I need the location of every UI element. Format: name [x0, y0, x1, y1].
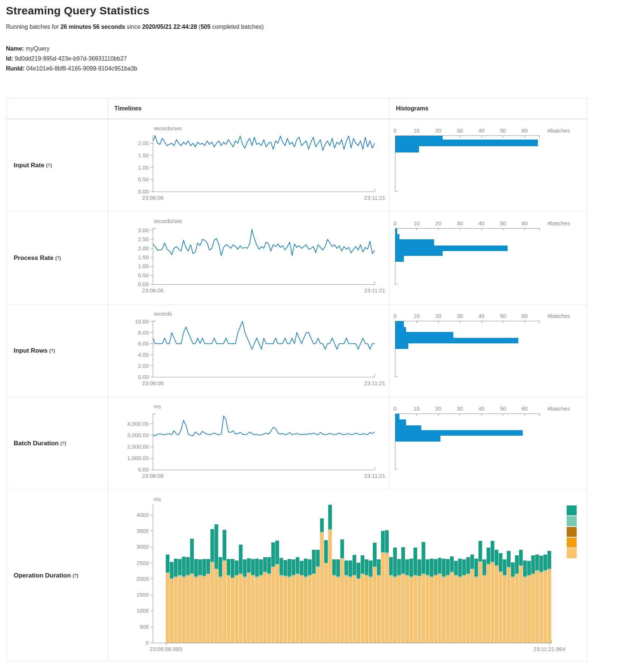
svg-text:23:06:06: 23:06:06: [142, 380, 164, 386]
batch-duration-help-link[interactable]: (?): [61, 441, 66, 446]
query-runid-label: RunId:: [6, 65, 25, 72]
stat-row-process-rate: Process Rate(?)records/sec0.000.501.001.…: [6, 212, 587, 304]
svg-text:50: 50: [500, 220, 506, 226]
svg-text:20: 20: [435, 405, 442, 412]
svg-text:0: 0: [394, 127, 396, 134]
svg-text:23:11:21: 23:11:21: [364, 473, 385, 479]
svg-text:30: 30: [457, 220, 463, 226]
statistics-table: Timelines Histograms Input Rate(?)record…: [6, 98, 588, 662]
svg-text:23:06:06: 23:06:06: [142, 473, 164, 479]
svg-text:1.00: 1.00: [138, 164, 149, 171]
input-rows-histogram-chart: 0102030405060#batches: [390, 305, 588, 397]
query-metadata: Name: myQuery Id: 9d0dd219-995d-423e-b97…: [6, 44, 137, 73]
timeline-cell-input-rate: records/sec0.000.501.001.502.0023:06:062…: [108, 119, 389, 212]
process-rate-histogram-chart: 0102030405060#batches: [390, 212, 588, 304]
svg-text:10.00: 10.00: [135, 318, 149, 325]
svg-text:60: 60: [522, 405, 528, 412]
running-duration: 26 minutes 56 seconds: [61, 24, 125, 30]
svg-text:records/sec: records/sec: [154, 218, 182, 224]
svg-text:30: 30: [457, 127, 463, 134]
svg-text:23:11:21: 23:11:21: [364, 380, 385, 386]
operation-duration-help-link[interactable]: (?): [73, 573, 78, 578]
svg-text:4000: 4000: [137, 512, 149, 518]
svg-text:0.50: 0.50: [138, 176, 149, 182]
statistics-rows: Input Rate(?)records/sec0.000.501.001.50…: [6, 119, 587, 661]
svg-text:1.50: 1.50: [138, 152, 149, 158]
svg-text:20: 20: [435, 220, 442, 226]
query-id-value: 9d0dd219-995d-423e-b97d-36931110bb27: [15, 55, 127, 62]
start-timestamp: 2020/05/21 22:44:28: [142, 24, 197, 30]
svg-text:0: 0: [394, 405, 396, 412]
stat-row-input-rate: Input Rate(?)records/sec0.000.501.001.50…: [6, 119, 587, 212]
svg-text:60: 60: [522, 127, 528, 134]
svg-text:0.00: 0.00: [138, 374, 149, 380]
svg-text:1,000.00: 1,000.00: [127, 455, 149, 461]
completed-batches-count: 505: [200, 24, 210, 30]
query-id-label: Id:: [6, 55, 13, 62]
svg-text:3500: 3500: [137, 528, 149, 534]
legend-swatch-3: [567, 527, 577, 537]
query-name-value: myQuery: [25, 45, 49, 52]
svg-text:10: 10: [413, 405, 420, 412]
svg-text:2.00: 2.00: [138, 363, 149, 369]
svg-text:40: 40: [478, 405, 485, 412]
row-label-process-rate: Process Rate(?): [6, 212, 108, 304]
svg-text:3.00: 3.00: [138, 227, 149, 233]
svg-text:2500: 2500: [137, 560, 149, 566]
subtitle-text: since: [125, 24, 142, 30]
running-batches-summary: Running batches for 26 minutes 56 second…: [6, 24, 264, 30]
histogram-cell-input-rate: 0102030405060#batches: [389, 119, 587, 212]
svg-text:#batches: #batches: [547, 313, 570, 319]
timeline-cell-batch-duration: ms0.001,000.002,000.003,000.004,000.0023…: [108, 397, 389, 490]
svg-text:1000: 1000: [137, 607, 149, 614]
svg-text:10: 10: [413, 220, 420, 226]
svg-text:0.00: 0.00: [138, 281, 149, 287]
svg-text:1.50: 1.50: [138, 254, 149, 260]
input-rate-help-link[interactable]: (?): [46, 163, 52, 168]
row-label-text: Batch Duration: [14, 440, 59, 447]
svg-text:30: 30: [457, 405, 463, 412]
svg-text:500: 500: [140, 624, 149, 630]
input-rows-timeline-chart: records0.002.004.006.008.0010.0023:06:06…: [108, 305, 390, 397]
input-rows-help-link[interactable]: (?): [49, 348, 55, 353]
legend-swatch-5: [567, 548, 577, 558]
svg-text:ms: ms: [154, 496, 161, 502]
svg-text:23:06:06: 23:06:06: [142, 287, 164, 294]
svg-text:40: 40: [478, 313, 485, 319]
process-rate-help-link[interactable]: (?): [55, 256, 61, 261]
svg-text:0.00: 0.00: [138, 188, 149, 195]
operation-duration-stacked-chart: ms0500100015002000250030003500400023:06:…: [108, 490, 588, 661]
row-label-batch-duration: Batch Duration(?): [6, 397, 108, 490]
row-label-input-rate: Input Rate(?): [6, 119, 108, 212]
svg-text:40: 40: [478, 127, 485, 134]
legend-swatch-1: [567, 505, 577, 515]
svg-text:0.50: 0.50: [138, 272, 149, 278]
query-runid-value: 04e101e6-8bf8-4165-9099-9104c951ba3b: [26, 65, 137, 72]
svg-text:records: records: [154, 311, 172, 317]
row-label-text: Process Rate: [14, 254, 54, 262]
stacked-chart-cell-operation-duration: ms0500100015002000250030003500400023:06:…: [108, 490, 587, 661]
svg-text:#batches: #batches: [547, 220, 570, 226]
page-title: Streaming Query Statistics: [6, 4, 150, 17]
svg-text:50: 50: [500, 313, 506, 319]
svg-text:0: 0: [394, 313, 396, 319]
input-rate-histogram-chart: 0102030405060#batches: [390, 119, 588, 212]
svg-text:30: 30: [457, 313, 463, 319]
header-timelines: Timelines: [108, 98, 390, 119]
svg-text:0: 0: [146, 640, 149, 646]
svg-text:1.00: 1.00: [138, 263, 149, 269]
legend-swatch-2: [567, 516, 577, 526]
svg-text:4,000.00: 4,000.00: [127, 421, 149, 427]
svg-text:#batches: #batches: [547, 127, 570, 134]
batch-duration-timeline-chart: ms0.001,000.002,000.003,000.004,000.0023…: [108, 397, 390, 490]
header-histograms: Histograms: [389, 98, 587, 119]
svg-text:50: 50: [500, 127, 506, 134]
svg-text:3,000.00: 3,000.00: [127, 432, 149, 438]
svg-text:2.00: 2.00: [138, 140, 149, 146]
svg-text:#batches: #batches: [547, 405, 570, 412]
svg-text:2,000.00: 2,000.00: [127, 443, 149, 450]
svg-text:23:06:06: 23:06:06: [142, 195, 164, 201]
subtitle-text: Running batches for: [6, 24, 61, 30]
svg-text:20: 20: [435, 313, 442, 319]
batch-duration-histogram-chart: 0102030405060#batches: [390, 397, 588, 490]
